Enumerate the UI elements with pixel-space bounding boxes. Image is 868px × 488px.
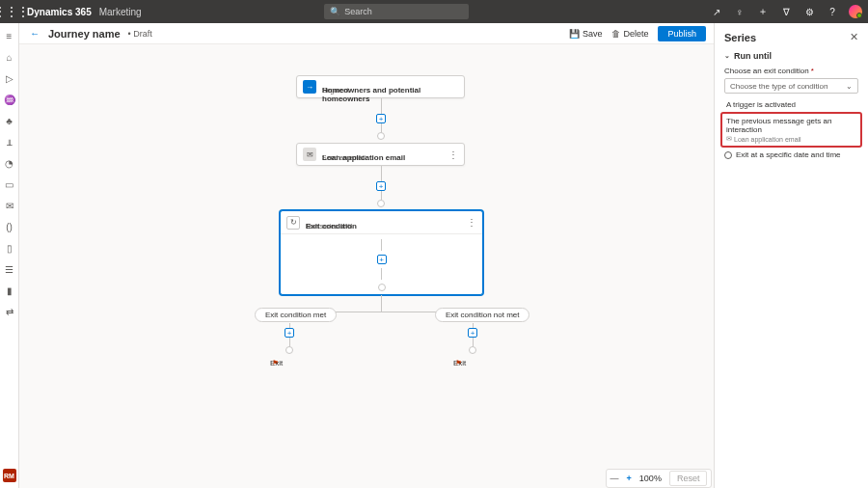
- nav-calendar-icon[interactable]: ◔: [3, 156, 16, 170]
- field-label: Choose an exit condition *: [724, 67, 858, 75]
- help-icon[interactable]: ?: [826, 5, 839, 18]
- add-step-icon[interactable]: +: [376, 181, 386, 191]
- nav-tree-icon[interactable]: ♣: [3, 114, 16, 127]
- app-launcher[interactable]: ⋮⋮⋮: [0, 0, 23, 23]
- filter-icon[interactable]: ∇: [779, 5, 793, 18]
- option-trigger[interactable]: A trigger is activated: [724, 97, 858, 112]
- tile-more-icon[interactable]: ⋮: [448, 149, 458, 160]
- nav-mail-icon[interactable]: ✉: [3, 199, 16, 212]
- add-icon[interactable]: ＋: [756, 5, 770, 18]
- chevron-down-icon: ⌄: [724, 52, 730, 60]
- journey-canvas[interactable]: → Segment Homeowners and potential homeo…: [19, 44, 714, 488]
- segment-icon: →: [303, 80, 316, 94]
- delete-button[interactable]: 🗑Delete: [611, 29, 648, 39]
- lightbulb-icon[interactable]: ♀: [733, 5, 746, 18]
- series-tile[interactable]: ↻ Run series until Exit condition ⋮ +: [280, 210, 483, 295]
- back-button[interactable]: ←: [27, 26, 42, 41]
- search-placeholder: Search: [344, 7, 372, 16]
- zoom-out-button[interactable]: —: [610, 474, 619, 483]
- panel-title: Series: [724, 32, 756, 43]
- connector-node: [377, 132, 385, 140]
- page-title: Journey name: [48, 28, 121, 40]
- add-step-icon[interactable]: +: [285, 328, 294, 338]
- nav-chart-icon[interactable]: ⫫: [3, 135, 16, 149]
- nav-brackets-icon[interactable]: (): [3, 220, 16, 233]
- branch-not-met[interactable]: Exit condition not met: [435, 308, 529, 322]
- nav-home-icon[interactable]: ⌂: [3, 50, 16, 64]
- nav-hamburger-icon[interactable]: ≡: [3, 29, 16, 42]
- left-nav: ≡ ⌂ ▷ ♒ ♣ ⫫ ◔ ▭ ✉ () ▯ ☰ ▮ ⇄ RM: [0, 23, 19, 488]
- search-icon: 🔍: [330, 7, 340, 16]
- delete-icon: 🗑: [611, 29, 620, 39]
- avatar[interactable]: [849, 5, 862, 18]
- status-badge: • Draft: [128, 29, 152, 39]
- brand: Dynamics 365: [27, 7, 92, 17]
- series-value: Exit condition: [306, 223, 357, 231]
- connector-node: [285, 346, 293, 354]
- email-icon: ✉: [726, 135, 732, 143]
- nav-journey-icon[interactable]: ♒: [3, 93, 16, 106]
- email-tile[interactable]: ✉ Send an email Loan application email ⋮: [296, 143, 465, 166]
- add-step-icon[interactable]: +: [468, 328, 477, 338]
- branch-met[interactable]: Exit condition met: [255, 308, 337, 322]
- close-icon[interactable]: ✕: [850, 31, 858, 43]
- email-icon: ✉: [303, 148, 316, 161]
- option-subtitle: Loan application email: [734, 136, 801, 143]
- segment-value: Homeowners and potential homeowners: [322, 87, 464, 104]
- zoom-in-button[interactable]: +: [627, 474, 632, 483]
- email-value: Loan application email: [322, 154, 405, 163]
- connector-node: [378, 284, 386, 291]
- share-icon[interactable]: ↗: [710, 5, 723, 18]
- nav-form-icon[interactable]: ▭: [3, 177, 16, 191]
- settings-icon[interactable]: ⚙: [802, 5, 816, 18]
- search-input[interactable]: 🔍 Search: [324, 4, 469, 19]
- app-name: Marketing: [99, 7, 142, 17]
- condition-select[interactable]: Choose the type of condition ⌄: [724, 78, 858, 94]
- chevron-down-icon: ⌄: [846, 82, 853, 91]
- section-toggle[interactable]: ⌄ Run until: [724, 51, 858, 61]
- nav-book-icon[interactable]: ▮: [3, 284, 16, 297]
- add-step-icon[interactable]: +: [376, 114, 386, 123]
- nav-link-icon[interactable]: ⇄: [3, 305, 16, 318]
- connector-node: [469, 346, 476, 354]
- command-bar: ← Journey name • Draft 💾Save 🗑Delete Pub…: [19, 23, 714, 44]
- nav-page-icon[interactable]: ▯: [3, 241, 16, 255]
- option-time[interactable]: Exit at a specific date and time: [724, 150, 858, 159]
- publish-button[interactable]: Publish: [658, 26, 706, 41]
- tile-more-icon[interactable]: ⋮: [467, 217, 476, 228]
- segment-tile[interactable]: → Segment Homeowners and potential homeo…: [296, 75, 465, 98]
- save-button[interactable]: 💾Save: [569, 29, 603, 39]
- properties-panel: Series ✕ ⌄ Run until Choose an exit cond…: [714, 23, 868, 488]
- nav-list-icon[interactable]: ☰: [3, 262, 16, 276]
- option-title: The previous message gets an interaction: [726, 117, 856, 134]
- zoom-reset-button[interactable]: Reset: [669, 471, 708, 486]
- option-prev-message[interactable]: The previous message gets an interaction…: [720, 112, 862, 148]
- nav-play-icon[interactable]: ▷: [3, 71, 16, 85]
- connector-node: [377, 200, 385, 207]
- area-switcher[interactable]: RM: [3, 469, 16, 482]
- add-inner-step-icon[interactable]: +: [377, 255, 387, 264]
- zoom-controls: — + 100% Reset: [606, 469, 712, 488]
- radio-icon: [724, 151, 732, 159]
- series-icon: ↻: [286, 216, 300, 230]
- save-icon: 💾: [569, 29, 580, 39]
- zoom-level: 100%: [639, 474, 662, 483]
